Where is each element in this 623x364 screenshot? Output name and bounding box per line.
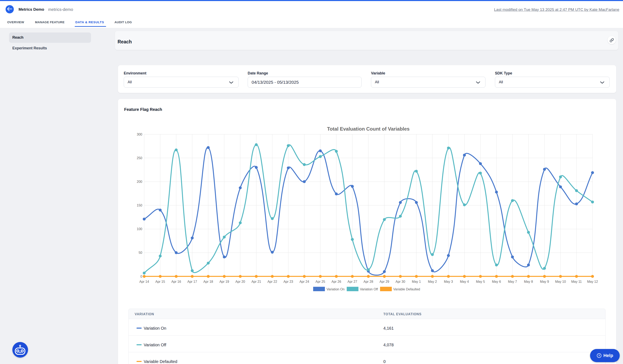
svg-text:Apr 21: Apr 21 [251,280,261,283]
svg-text:May 8: May 8 [524,280,533,283]
svg-text:May 3: May 3 [444,280,453,283]
svg-text:Apr 20: Apr 20 [235,280,245,283]
svg-text:200: 200 [137,180,142,183]
svg-text:May 4: May 4 [460,280,469,283]
svg-text:Apr 27: Apr 27 [348,280,357,283]
svg-text:Apr 24: Apr 24 [299,280,309,283]
svg-text:May 11: May 11 [571,280,582,283]
svg-text:Total Evaluation Count of Vari: Total Evaluation Count of Variables [327,126,410,132]
svg-text:Apr 16: Apr 16 [171,280,181,283]
svg-text:Variation On: Variation On [327,287,345,291]
svg-text:50: 50 [138,251,142,254]
svg-text:Variable Defaulted: Variable Defaulted [393,287,420,291]
svg-text:Apr 25: Apr 25 [315,280,325,283]
svg-text:300: 300 [137,133,142,136]
svg-text:150: 150 [137,203,142,207]
svg-text:Apr 28: Apr 28 [364,280,373,283]
svg-text:Apr 23: Apr 23 [284,280,293,283]
svg-text:Apr 15: Apr 15 [156,280,165,283]
svg-text:100: 100 [137,227,142,231]
svg-text:May 1: May 1 [412,280,421,283]
svg-text:Apr 19: Apr 19 [220,280,229,283]
svg-text:May 10: May 10 [555,280,566,283]
svg-text:Apr 30: Apr 30 [396,280,405,283]
svg-text:Apr 18: Apr 18 [203,280,213,283]
svg-text:Apr 22: Apr 22 [267,280,277,283]
svg-text:?: ? [598,354,600,357]
svg-text:May 2: May 2 [428,280,437,283]
svg-text:May 9: May 9 [540,280,549,283]
svg-text:Apr 26: Apr 26 [332,280,341,283]
svg-text:Variation Off: Variation Off [360,287,378,291]
svg-text:0: 0 [140,275,142,278]
svg-text:Apr 14: Apr 14 [139,280,149,283]
svg-text:Apr 29: Apr 29 [379,280,389,283]
svg-text:250: 250 [137,156,142,160]
svg-text:May 7: May 7 [508,280,517,283]
svg-text:May 6: May 6 [492,280,501,283]
svg-text:Apr 17: Apr 17 [187,280,197,283]
svg-text:May 5: May 5 [476,280,485,283]
svg-text:May 12: May 12 [587,280,598,283]
